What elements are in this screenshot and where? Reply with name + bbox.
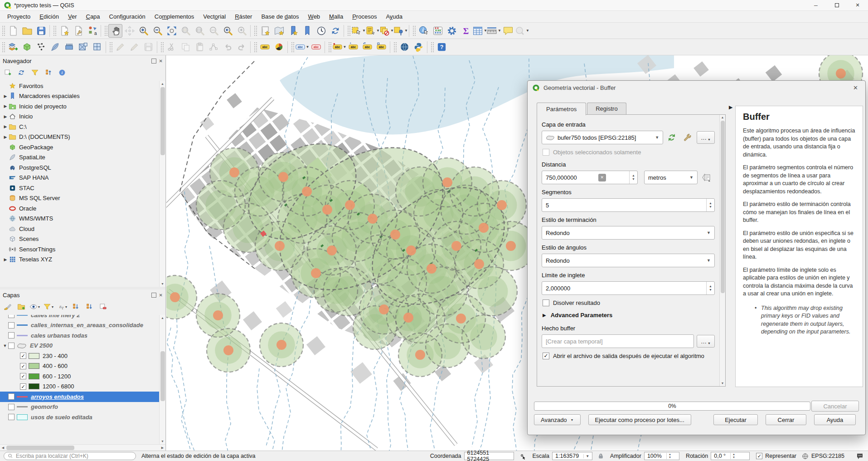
toolbar-drag-handle[interactable]	[254, 42, 257, 53]
form-scrollbar[interactable]: ▲ ▼	[719, 115, 725, 386]
expand-arrow-icon[interactable]: ▶	[3, 94, 8, 98]
selected-only-checkbox[interactable]: Objetos seleccionados solamente	[543, 149, 715, 156]
advanced-parameters-expander[interactable]: ▶ Advanced Parameters	[543, 312, 715, 319]
crs-globe-icon[interactable]	[802, 453, 809, 460]
data-defined-override-icon[interactable]	[699, 171, 713, 184]
filter-by-expression-button[interactable]: ε▼	[56, 301, 68, 312]
map-tips-button[interactable]	[501, 24, 515, 38]
statistical-summary-button[interactable]	[431, 24, 445, 38]
current-edits-button[interactable]	[113, 40, 127, 54]
menu-base-de-datos[interactable]: Base de datos	[257, 11, 303, 22]
properties-widget-button[interactable]: i	[56, 67, 68, 78]
toolbar-drag-handle[interactable]	[109, 42, 112, 53]
python-console-button[interactable]	[412, 40, 426, 54]
new-shapefile-layer-button[interactable]	[34, 40, 48, 54]
zoom-full-extent-button[interactable]	[165, 24, 179, 38]
batch-process-button[interactable]: Ejecutar como proceso por lotes...	[588, 414, 691, 425]
render-checkbox[interactable]: ✓Representar	[756, 453, 796, 459]
toggle-editing-button[interactable]	[127, 40, 141, 54]
toolbar-drag-handle[interactable]	[291, 42, 294, 53]
expand-arrow-icon[interactable]: ▶	[3, 135, 8, 139]
close-button[interactable]: Cerrar	[766, 414, 806, 425]
browser-item-wms-wmts[interactable]: WMS/WMTS	[0, 214, 159, 224]
undo-button[interactable]	[221, 40, 235, 54]
dialog-titlebar[interactable]: Geometría vectorial - Buffer ✕	[528, 81, 865, 94]
new-print-layout-button[interactable]	[57, 24, 71, 38]
capas-scrollbar[interactable]: ▲ ▼	[159, 315, 165, 444]
open-layer-styling-button[interactable]	[2, 301, 14, 312]
show-statistics-button[interactable]: Σ	[459, 24, 473, 38]
toolbar-drag-handle[interactable]	[254, 25, 257, 36]
new-temporary-scratch-layer-button[interactable]	[62, 40, 76, 54]
vertex-tool-button[interactable]	[207, 40, 221, 54]
toolbar-drag-handle[interactable]	[53, 25, 56, 36]
layer-item-geomorfo[interactable]: geomorfo	[0, 402, 159, 412]
browser-item-cloud[interactable]: Cloud	[0, 224, 159, 234]
layer-checkbox[interactable]	[8, 393, 15, 400]
browser-item-inicio-del-proyecto[interactable]: ▶Inicio del proyecto	[0, 101, 159, 112]
miter-limit-input[interactable]: 2,000000 ▲▼	[542, 281, 715, 295]
layer-checkbox[interactable]	[8, 322, 15, 329]
magnifier-spin[interactable]: 100%▲▼	[644, 452, 679, 460]
cancel-button[interactable]: Cancelar	[811, 401, 859, 412]
toolbar-drag-handle[interactable]	[431, 42, 434, 53]
browser-item-inicio[interactable]: ▶Inicio	[0, 112, 159, 122]
navegador-scrollbar[interactable]: ▲ ▼	[159, 81, 165, 287]
temporal-controller-button[interactable]	[314, 24, 328, 38]
capas-hscrollbar[interactable]: ◀ ▶	[0, 444, 165, 451]
expand-all-button[interactable]	[70, 301, 82, 312]
endcap-style-combo[interactable]: Redondo▼	[542, 226, 715, 240]
minimize-button[interactable]: ─	[805, 0, 826, 10]
layer-item-calles-inte-mery-2[interactable]: calles inte mery 2	[0, 315, 159, 320]
menu-proyecto[interactable]: Proyecto	[3, 11, 35, 22]
menu-complementos[interactable]: Complementos	[150, 11, 199, 22]
browser-item-marcadores-espaciales[interactable]: ▶Marcadores espaciales	[0, 91, 159, 102]
close-window-button[interactable]: ✕	[847, 0, 868, 10]
menu-ver[interactable]: Ver	[63, 11, 82, 22]
layer-item-600-1200[interactable]: ✓600 - 1200	[0, 371, 159, 382]
highlight-pinned-labels-button[interactable]: abc▼	[295, 40, 309, 54]
layer-diagram-button[interactable]	[272, 40, 286, 54]
rotation-spin[interactable]: 0,0 °▲▼	[711, 452, 750, 460]
output-input[interactable]: [Crear capa temporal]	[542, 334, 694, 348]
zoom-to-selection-button[interactable]	[179, 24, 193, 38]
new-3d-map-view-button[interactable]	[272, 24, 286, 38]
cut-features-button[interactable]	[165, 40, 179, 54]
metasearch-catalog-button[interactable]	[398, 40, 412, 54]
toolbar-drag-handle[interactable]	[347, 25, 350, 36]
browse-output-button[interactable]: …▼	[697, 335, 715, 348]
browser-item-sensorthings[interactable]: SensorThings	[0, 244, 159, 255]
browser-item-oracle[interactable]: Oracle	[0, 203, 159, 214]
style-manager-button[interactable]: a	[85, 24, 99, 38]
iterate-layer-icon[interactable]	[665, 131, 679, 144]
float-panel-icon[interactable]	[151, 59, 156, 64]
metasearch-button[interactable]: ▼	[515, 24, 529, 38]
change-label-button[interactable]: abc	[374, 40, 388, 54]
float-panel-icon[interactable]	[151, 293, 156, 298]
mouse-position-icon[interactable]	[519, 453, 526, 460]
collapse-all-layers-button[interactable]	[83, 301, 95, 312]
collapse-all-button[interactable]	[43, 67, 54, 78]
select-features-button[interactable]: ▼	[351, 24, 365, 38]
clear-value-icon[interactable]: ✕	[598, 174, 606, 181]
close-panel-icon[interactable]: ✕	[159, 59, 163, 64]
zoom-next-button[interactable]	[235, 24, 249, 38]
menu-malla[interactable]: Malla	[325, 11, 348, 22]
edit-layer-icon[interactable]	[680, 131, 694, 144]
new-geopackage-layer-button[interactable]	[20, 40, 34, 54]
manage-map-themes-button[interactable]: ▼	[29, 301, 41, 312]
paste-features-button[interactable]	[193, 40, 207, 54]
browse-input-button[interactable]: …▼	[697, 131, 715, 144]
toolbar-drag-handle[interactable]	[393, 42, 397, 53]
scale-combo[interactable]: 1:163579▼	[552, 452, 592, 460]
layer-checkbox[interactable]: ✓	[20, 383, 26, 390]
distance-unit-combo[interactable]: metros▼	[644, 171, 698, 184]
menu-vectorial[interactable]: Vectorial	[199, 11, 230, 22]
layer-checkbox[interactable]: ✓	[20, 373, 26, 379]
layer-item-ev-2500[interactable]: ▼EV 2500	[0, 341, 159, 351]
zoom-last-button[interactable]	[221, 24, 235, 38]
browser-item-geopackage[interactable]: GeoPackage	[0, 142, 159, 152]
expand-arrow-icon[interactable]: ▶	[3, 124, 8, 129]
menu-capa[interactable]: Capa	[81, 11, 104, 22]
show-spatial-bookmarks-button[interactable]	[300, 24, 314, 38]
